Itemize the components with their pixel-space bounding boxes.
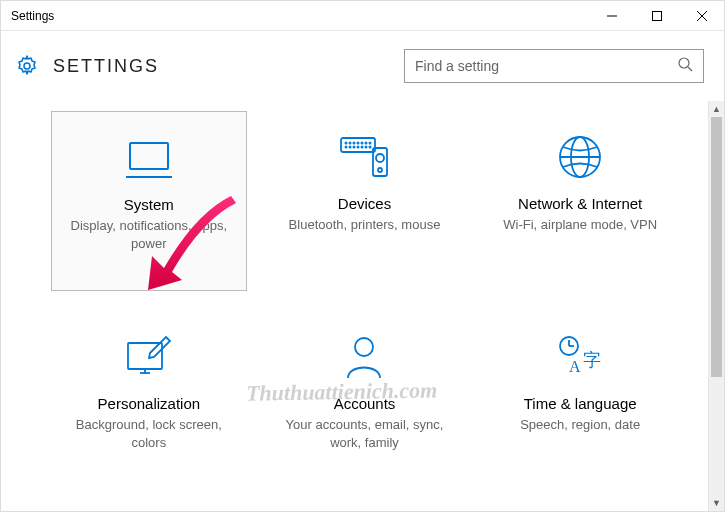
titlebar: Settings <box>1 1 724 31</box>
personalization-icon <box>124 329 174 385</box>
tile-network[interactable]: Network & Internet Wi-Fi, airplane mode,… <box>482 111 678 291</box>
maximize-icon <box>652 11 662 21</box>
svg-point-15 <box>366 142 367 143</box>
svg-text:A: A <box>569 358 581 375</box>
globe-icon <box>557 129 603 185</box>
svg-point-22 <box>366 146 367 147</box>
svg-point-25 <box>376 154 384 162</box>
tile-time-language[interactable]: A 字 Time & language Speech, region, date <box>482 311 678 491</box>
svg-point-12 <box>354 142 355 143</box>
svg-point-19 <box>354 146 355 147</box>
svg-point-4 <box>24 63 30 69</box>
svg-rect-9 <box>341 138 375 152</box>
time-language-icon: A 字 <box>555 329 605 385</box>
svg-text:字: 字 <box>583 350 601 370</box>
svg-line-6 <box>688 67 692 71</box>
search-box[interactable] <box>404 49 704 83</box>
tile-subtitle: Display, notifications, apps, power <box>60 217 238 252</box>
svg-point-11 <box>350 142 351 143</box>
page-title: SETTINGS <box>53 56 390 77</box>
display-icon <box>124 130 174 186</box>
gear-icon <box>15 54 39 78</box>
scroll-up-button[interactable]: ▲ <box>709 101 724 117</box>
tile-accounts[interactable]: Accounts Your accounts, email, sync, wor… <box>267 311 463 491</box>
window-title: Settings <box>1 9 589 23</box>
tile-personalization[interactable]: Personalization Background, lock screen,… <box>51 311 247 491</box>
content-area: System Display, notifications, apps, pow… <box>1 101 724 511</box>
close-button[interactable] <box>679 1 724 31</box>
tile-devices[interactable]: Devices Bluetooth, printers, mouse <box>267 111 463 291</box>
tile-title: Accounts <box>334 395 396 412</box>
close-icon <box>697 11 707 21</box>
svg-point-10 <box>346 142 347 143</box>
tile-title: Network & Internet <box>518 195 642 212</box>
svg-point-21 <box>362 146 363 147</box>
tile-title: Devices <box>338 195 391 212</box>
vertical-scrollbar[interactable]: ▲ ▼ <box>708 101 724 511</box>
tile-title: System <box>124 196 174 213</box>
scroll-down-button[interactable]: ▼ <box>709 495 724 511</box>
maximize-button[interactable] <box>634 1 679 31</box>
svg-point-26 <box>378 168 382 172</box>
tile-subtitle: Speech, region, date <box>520 416 640 434</box>
tile-title: Personalization <box>98 395 201 412</box>
tile-subtitle: Background, lock screen, colors <box>59 416 239 451</box>
minimize-button[interactable] <box>589 1 634 31</box>
minimize-icon <box>607 11 617 21</box>
settings-window: Settings SETTINGS <box>0 0 725 512</box>
svg-point-14 <box>362 142 363 143</box>
tile-subtitle: Wi-Fi, airplane mode, VPN <box>503 216 657 234</box>
svg-point-18 <box>350 146 351 147</box>
svg-rect-7 <box>130 143 168 169</box>
svg-point-17 <box>346 146 347 147</box>
tile-system[interactable]: System Display, notifications, apps, pow… <box>51 111 247 291</box>
tile-subtitle: Bluetooth, printers, mouse <box>289 216 441 234</box>
tile-subtitle: Your accounts, email, sync, work, family <box>275 416 455 451</box>
devices-icon <box>337 129 391 185</box>
scroll-thumb[interactable] <box>711 117 722 377</box>
window-controls <box>589 1 724 30</box>
svg-point-33 <box>355 338 373 356</box>
svg-point-20 <box>358 146 359 147</box>
svg-rect-1 <box>652 12 661 21</box>
svg-point-13 <box>358 142 359 143</box>
svg-point-16 <box>370 142 371 143</box>
header: SETTINGS <box>1 31 724 101</box>
svg-point-5 <box>679 58 689 68</box>
search-icon <box>677 56 693 76</box>
settings-grid: System Display, notifications, apps, pow… <box>1 101 708 511</box>
svg-point-23 <box>370 146 371 147</box>
tile-title: Time & language <box>524 395 637 412</box>
person-icon <box>343 329 385 385</box>
search-input[interactable] <box>415 58 677 74</box>
